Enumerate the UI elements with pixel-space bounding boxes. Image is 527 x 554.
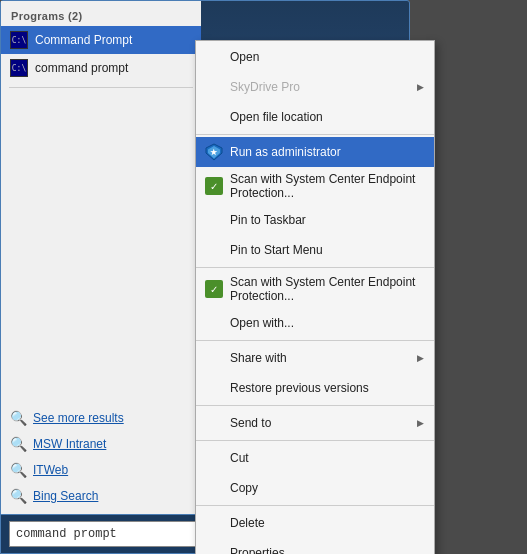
ctx-sep-5 — [196, 440, 434, 441]
itweb-icon: 🔍 — [9, 461, 27, 479]
bing-search-link[interactable]: 🔍 Bing Search — [1, 483, 201, 509]
left-panel: Programs (2) C:\ Command Prompt C:\ comm… — [1, 1, 201, 514]
ctx-open-file-location[interactable]: Open file location — [196, 102, 434, 132]
share-icon — [204, 348, 224, 368]
ctx-share-with[interactable]: Share with ▶ — [196, 343, 434, 373]
ctx-run-as-admin[interactable]: ★ Run as administrator — [196, 137, 434, 167]
ctx-sep-3 — [196, 340, 434, 341]
file-location-icon — [204, 107, 224, 127]
magnify-icon: 🔍 — [9, 409, 27, 427]
ctx-restore-versions-label: Restore previous versions — [230, 381, 424, 395]
copy-icon — [204, 478, 224, 498]
svg-text:★: ★ — [210, 148, 218, 157]
shield-icon: ★ — [204, 142, 224, 162]
programs-divider — [9, 87, 193, 88]
bing-search-label: Bing Search — [33, 489, 98, 503]
ctx-open-with-label: Open with... — [230, 316, 424, 330]
open-with-icon — [204, 313, 224, 333]
skydrive-icon — [204, 77, 224, 97]
ctx-cut-label: Cut — [230, 451, 424, 465]
ctx-file-location-label: Open file location — [230, 110, 424, 124]
see-more-results-link[interactable]: 🔍 See more results — [1, 405, 201, 431]
ctx-pin-startmenu[interactable]: Pin to Start Menu — [196, 235, 434, 265]
ctx-delete-label: Delete — [230, 516, 424, 530]
pin-taskbar-icon — [204, 210, 224, 230]
link-items: 🔍 See more results 🔍 MSW Intranet 🔍 ITWe… — [1, 400, 201, 514]
ctx-cut[interactable]: Cut — [196, 443, 434, 473]
ctx-copy[interactable]: Copy — [196, 473, 434, 503]
program-item-command-prompt-2[interactable]: C:\ command prompt — [1, 54, 201, 82]
ctx-share-with-label: Share with — [230, 351, 417, 365]
ctx-properties-label: Properties — [230, 546, 424, 554]
ctx-send-to-label: Send to — [230, 416, 417, 430]
share-arrow-icon: ▶ — [417, 353, 424, 363]
programs-header: Programs (2) — [1, 6, 201, 26]
scep-icon-2: ✓ — [204, 279, 224, 299]
ctx-run-as-admin-label: Run as administrator — [230, 145, 424, 159]
ctx-skydrive[interactable]: SkyDrive Pro ▶ — [196, 72, 434, 102]
pin-startmenu-icon — [204, 240, 224, 260]
itweb-link[interactable]: 🔍 ITWeb — [1, 457, 201, 483]
program-label-1: Command Prompt — [35, 33, 132, 47]
ctx-send-to[interactable]: Send to ▶ — [196, 408, 434, 438]
restore-icon — [204, 378, 224, 398]
ctx-sep-4 — [196, 405, 434, 406]
skydrive-arrow-icon: ▶ — [417, 82, 424, 92]
msw-icon: 🔍 — [9, 435, 27, 453]
ctx-scan-2-label: Scan with System Center Endpoint Protect… — [230, 275, 424, 303]
ctx-properties[interactable]: Properties — [196, 538, 434, 554]
ctx-scan-1[interactable]: ✓ Scan with System Center Endpoint Prote… — [196, 167, 434, 205]
cmd-icon-2: C:\ — [9, 58, 29, 78]
ctx-sep-2 — [196, 267, 434, 268]
ctx-scan-1-label: Scan with System Center Endpoint Protect… — [230, 172, 424, 200]
ctx-skydrive-label: SkyDrive Pro — [230, 80, 417, 94]
ctx-open-with[interactable]: Open with... — [196, 308, 434, 338]
context-menu: Open SkyDrive Pro ▶ Open file location ★… — [195, 40, 435, 554]
ctx-scan-2[interactable]: ✓ Scan with System Center Endpoint Prote… — [196, 270, 434, 308]
ctx-open[interactable]: Open — [196, 41, 434, 72]
scep-icon-1: ✓ — [204, 176, 224, 196]
open-icon — [204, 47, 224, 67]
properties-icon — [204, 543, 224, 554]
program-item-command-prompt-1[interactable]: C:\ Command Prompt — [1, 26, 201, 54]
itweb-label: ITWeb — [33, 463, 68, 477]
sendto-arrow-icon: ▶ — [417, 418, 424, 428]
ctx-copy-label: Copy — [230, 481, 424, 495]
msw-intranet-label: MSW Intranet — [33, 437, 106, 451]
ctx-pin-startmenu-label: Pin to Start Menu — [230, 243, 424, 257]
ctx-delete[interactable]: Delete — [196, 508, 434, 538]
program-label-2: command prompt — [35, 61, 128, 75]
cmd-icon-1: C:\ — [9, 30, 29, 50]
ctx-sep-6 — [196, 505, 434, 506]
cut-icon — [204, 448, 224, 468]
delete-icon — [204, 513, 224, 533]
ctx-sep-1 — [196, 134, 434, 135]
sendto-icon — [204, 413, 224, 433]
ctx-pin-taskbar[interactable]: Pin to Taskbar — [196, 205, 434, 235]
ctx-open-label: Open — [230, 50, 424, 64]
ctx-restore-versions[interactable]: Restore previous versions — [196, 373, 434, 403]
msw-intranet-link[interactable]: 🔍 MSW Intranet — [1, 431, 201, 457]
ctx-pin-taskbar-label: Pin to Taskbar — [230, 213, 424, 227]
bing-icon: 🔍 — [9, 487, 27, 505]
see-more-results-label: See more results — [33, 411, 124, 425]
